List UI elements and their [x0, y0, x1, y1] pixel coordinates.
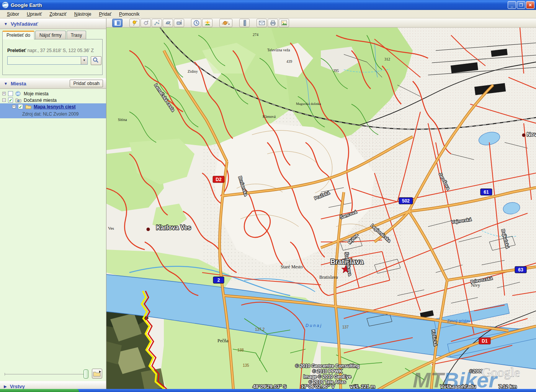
elev-395: 395	[333, 69, 339, 73]
title-bar[interactable]: Google Earth _ ❐ ✕	[0, 0, 536, 10]
layers-expand-triangle-icon: ▶	[4, 384, 7, 389]
svg-text:+: +	[147, 20, 149, 23]
shield-502: 502	[399, 198, 413, 204]
label-nove-mesto: Nov	[527, 131, 536, 137]
search-button[interactable]	[91, 56, 101, 65]
menu-pomocnik[interactable]: Pomocník	[115, 11, 143, 18]
places-panel-header[interactable]: ▼ Miesta Pridať obsah	[0, 78, 106, 89]
tree-label-moje-miesta[interactable]: Moje miesta	[24, 91, 49, 96]
sidebar-icon	[114, 20, 121, 26]
elev-312: 312	[384, 57, 390, 61]
checkbox-unchecked[interactable]	[8, 91, 13, 96]
tree-row-mapa-lesnych-ciest[interactable]: + ✓ Mapa lesnych ciest	[0, 103, 106, 110]
svg-text:502: 502	[402, 198, 410, 204]
tree-label-docasne-miesta[interactable]: Dočasné miesta	[24, 98, 57, 103]
map-viewport[interactable]: D2 2 502 61 63 D1	[106, 28, 536, 392]
svg-text:+: +	[180, 20, 182, 22]
search-panel-title: Vyhľadávať	[11, 21, 38, 27]
close-button[interactable]: ✕	[526, 1, 534, 9]
earth-icon	[15, 91, 21, 96]
status-altitude: výš. 221 m	[350, 384, 375, 389]
shield-61: 61	[480, 189, 492, 195]
save-image-button[interactable]	[279, 19, 289, 27]
add-polygon-button[interactable]: +	[141, 19, 151, 27]
fly-to-hint: Preletieť napr., 37 25.818' S, 122 05.36…	[7, 48, 94, 53]
collapse-triangle-icon: ▼	[4, 22, 8, 26]
karlova-ves-dot	[147, 228, 150, 231]
combo-dropdown-button[interactable]: ▼	[81, 57, 87, 64]
search-input[interactable]	[8, 57, 81, 64]
envelope-icon	[259, 20, 265, 26]
slider-handle[interactable]	[83, 369, 88, 379]
ruler-button[interactable]	[239, 19, 250, 27]
tree-row-docasne-miesta[interactable]: − ✓ Dočasné miesta	[0, 97, 106, 103]
tab-preletiet-do[interactable]: Preletieť do	[2, 31, 34, 39]
restore-button[interactable]: ❐	[517, 1, 525, 9]
start-button[interactable]	[0, 389, 79, 392]
status-eye-alt-value: 7,12 km	[498, 384, 517, 389]
collapse-icon[interactable]: −	[2, 98, 6, 102]
menu-nastroje[interactable]: Nástroje	[70, 11, 95, 18]
checkbox-checked[interactable]: ✓	[18, 104, 23, 109]
svg-text:61: 61	[484, 189, 489, 195]
switch-planet-button[interactable]	[219, 19, 232, 27]
add-path-button[interactable]: +	[152, 19, 162, 27]
shield-63: 63	[515, 266, 526, 273]
map-toolbar: + + + + +	[106, 18, 536, 28]
status-latitude: 48°09'29.03" S	[253, 384, 287, 389]
historical-imagery-button[interactable]	[191, 19, 201, 27]
menu-zobrazit[interactable]: Zobraziť	[46, 11, 70, 18]
folder-icon	[25, 104, 31, 109]
label-dunaj: D u n a j	[306, 323, 322, 328]
places-panel-title: Miesta	[11, 81, 26, 87]
add-placemark-button[interactable]: +	[129, 19, 140, 27]
tab-trasy[interactable]: Trasy	[67, 31, 87, 39]
elev-135: 135	[243, 363, 249, 368]
logo-year: ©2009	[469, 369, 483, 374]
tree-row-moje-miesta[interactable]: + Moje miesta	[0, 90, 106, 97]
add-content-button[interactable]: Pridať obsah	[70, 80, 103, 87]
tab-najst-firmy[interactable]: Nájsť firmy	[35, 31, 66, 39]
record-tour-button[interactable]: +	[174, 19, 184, 27]
search-panel-header[interactable]: ▼ Vyhľadávať	[0, 18, 106, 29]
print-button[interactable]	[268, 19, 278, 27]
label-bratislava-station: Bratislava	[319, 274, 338, 280]
svg-text:63: 63	[518, 267, 523, 273]
google-earth-icon	[2, 2, 9, 8]
shield-d1: D1	[479, 338, 490, 344]
svg-text:D2: D2	[216, 177, 222, 182]
slider-track[interactable]	[5, 374, 88, 374]
picture-icon	[281, 20, 287, 26]
fly-to-combo[interactable]: ▼	[7, 56, 88, 65]
tree-label-mapa-lesnych-ciest[interactable]: Mapa lesnych ciest	[34, 104, 75, 109]
menu-pridat[interactable]: Pridať	[95, 11, 115, 18]
expand-icon[interactable]: +	[2, 92, 6, 95]
svg-text:2: 2	[217, 278, 220, 283]
elev-439: 439	[286, 59, 292, 64]
path-icon: +	[154, 20, 160, 26]
map-canvas[interactable]: D2 2 502 61 63 D1	[106, 28, 536, 392]
checkbox-checked[interactable]: ✓	[8, 98, 13, 103]
minimize-button[interactable]: _	[508, 1, 516, 9]
label-sitina: Sitina	[118, 118, 127, 122]
fly-to-panel: Preletieť napr., 37 25.818' S, 122 05.36…	[2, 39, 103, 75]
sunlight-button[interactable]	[202, 19, 212, 27]
magnifier-icon	[93, 57, 99, 63]
sidebar-toggle-button[interactable]	[112, 19, 123, 27]
menu-subor[interactable]: Súbor	[3, 11, 23, 18]
tree-note-row: Zdroj dat: NLC Zvolen 2009	[0, 110, 106, 118]
status-longitude: 17°06'02.90" V	[301, 384, 335, 389]
label-stare-mesto: Staré Mesto	[281, 264, 303, 270]
expand-icon[interactable]: +	[12, 105, 16, 108]
taskbar[interactable]	[0, 389, 536, 392]
open-folder-button[interactable]	[92, 369, 102, 379]
label-karlova-ves: Karlova Ves	[156, 224, 191, 231]
elev-137-2: 137,2	[255, 327, 265, 332]
label-klenova: Klenová	[263, 114, 276, 119]
window-title: Google Earth	[11, 2, 42, 8]
add-image-overlay-button[interactable]: +	[163, 19, 173, 27]
menu-upravit[interactable]: Upraviť	[23, 11, 46, 18]
label-ves: Ves	[108, 226, 114, 230]
email-button[interactable]	[257, 19, 267, 27]
camera-icon: +	[176, 20, 182, 26]
